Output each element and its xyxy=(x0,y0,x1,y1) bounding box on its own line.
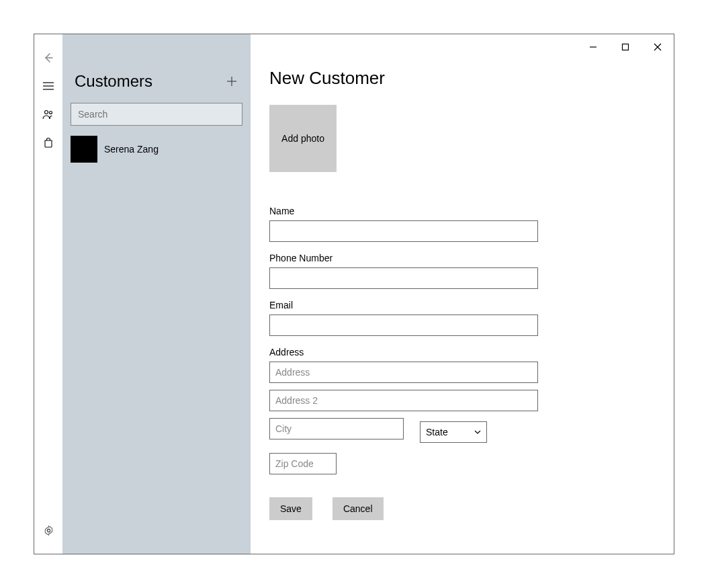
close-icon xyxy=(654,43,662,51)
arrow-left-icon xyxy=(43,52,54,63)
app-window: Customers Serena Zang xyxy=(34,34,674,554)
minimize-button[interactable] xyxy=(577,34,609,60)
address-field: Address State xyxy=(269,347,655,481)
main-content: New Customer Add photo Name Phone Number… xyxy=(251,34,674,554)
chevron-down-icon xyxy=(474,430,481,434)
email-field: Email xyxy=(269,300,655,336)
gear-icon xyxy=(43,525,54,536)
maximize-button[interactable] xyxy=(609,34,641,60)
customer-name: Serena Zang xyxy=(104,144,159,155)
name-field: Name xyxy=(269,206,655,242)
bag-icon xyxy=(43,137,54,148)
sidebar-title: Customers xyxy=(71,72,221,91)
zip-input[interactable] xyxy=(269,453,337,474)
address1-input[interactable] xyxy=(269,362,538,383)
avatar xyxy=(71,136,97,163)
window-controls xyxy=(577,34,674,60)
phone-label: Phone Number xyxy=(269,253,655,263)
page-title: New Customer xyxy=(269,68,655,89)
name-label: Name xyxy=(269,206,655,216)
phone-input[interactable] xyxy=(269,267,538,289)
svg-point-4 xyxy=(45,111,48,114)
close-button[interactable] xyxy=(641,34,674,60)
button-row: Save Cancel xyxy=(269,497,655,520)
state-select[interactable]: State xyxy=(420,421,487,443)
settings-nav[interactable] xyxy=(34,516,62,544)
svg-rect-10 xyxy=(623,44,629,50)
sidebar: Customers Serena Zang xyxy=(62,34,251,554)
minimize-icon xyxy=(589,43,597,51)
sidebar-header: Customers xyxy=(62,68,251,95)
svg-point-6 xyxy=(47,529,50,532)
phone-field: Phone Number xyxy=(269,253,655,289)
add-photo-label: Add photo xyxy=(281,133,324,144)
search-wrap xyxy=(62,95,251,134)
address2-input[interactable] xyxy=(269,390,538,411)
state-select-label: State xyxy=(426,427,448,437)
customer-list: Serena Zang xyxy=(62,134,251,554)
email-input[interactable] xyxy=(269,314,538,336)
plus-icon xyxy=(226,75,238,87)
list-item[interactable]: Serena Zang xyxy=(62,134,251,165)
menu-button[interactable] xyxy=(34,72,62,100)
back-button[interactable] xyxy=(34,44,62,72)
add-photo-button[interactable]: Add photo xyxy=(269,105,337,172)
customers-nav[interactable] xyxy=(34,100,62,128)
hamburger-icon xyxy=(43,82,54,90)
save-button[interactable]: Save xyxy=(269,497,312,520)
people-icon xyxy=(42,109,54,120)
email-label: Email xyxy=(269,300,655,310)
maximize-icon xyxy=(621,43,629,51)
address-label: Address xyxy=(269,347,655,358)
products-nav[interactable] xyxy=(34,128,62,157)
cancel-button[interactable]: Cancel xyxy=(333,497,384,520)
add-customer-button[interactable] xyxy=(221,71,242,92)
search-input[interactable] xyxy=(71,103,242,126)
city-input[interactable] xyxy=(269,418,404,439)
name-input[interactable] xyxy=(269,220,538,242)
left-rail xyxy=(34,34,62,554)
svg-point-5 xyxy=(50,112,52,114)
